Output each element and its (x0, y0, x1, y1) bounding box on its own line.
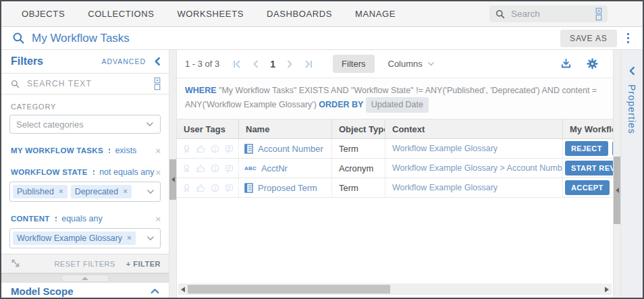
filter-operator[interactable]: exists (115, 146, 136, 155)
award-icon[interactable] (182, 144, 191, 153)
thumbs-up-icon[interactable] (196, 164, 205, 173)
toggle-filters-button[interactable]: Filters (333, 55, 374, 73)
column-header-my-workflow-tasks[interactable]: My Workflow Tasks (563, 119, 613, 138)
remove-value-icon[interactable]: × (123, 188, 128, 196)
horizontal-scrollbar[interactable] (178, 283, 612, 295)
object-name-link[interactable]: Proposed Term (258, 183, 317, 193)
reject-button[interactable]: REJECT (565, 141, 608, 156)
filter-name[interactable]: CONTENT (11, 215, 50, 223)
alert-icon[interactable] (211, 164, 219, 173)
remove-value-icon[interactable]: × (127, 234, 132, 242)
object-name-link[interactable]: AcctNr (261, 163, 288, 173)
download-icon[interactable] (560, 58, 572, 70)
app-window: OBJECTS COLLECTIONS WORKSHEETS DASHBOARD… (0, 0, 644, 299)
pagination-summary: 1 - 3 of 3 (185, 59, 219, 69)
table-row: Proposed Term Term Workflow Example Glos… (177, 178, 613, 198)
global-search-box[interactable] (489, 5, 608, 22)
thumbs-up-icon[interactable] (196, 144, 205, 153)
object-type-cell: Term (332, 139, 385, 158)
term-icon (244, 183, 253, 193)
save-as-button[interactable]: SAVE AS (560, 30, 616, 47)
nav-item-manage[interactable]: MANAGE (355, 9, 396, 19)
search-options-icon[interactable] (154, 77, 161, 90)
add-filter-button[interactable]: + FILTER (126, 260, 161, 268)
next-page-icon[interactable] (285, 59, 294, 69)
first-page-icon[interactable] (232, 59, 242, 69)
filter-name[interactable]: MY WORKFLOW TASKS (11, 146, 103, 155)
chevron-down-icon (146, 120, 154, 128)
nav-item-objects[interactable]: OBJECTS (22, 9, 65, 19)
remove-value-icon[interactable]: × (59, 188, 63, 196)
comment-icon[interactable] (225, 144, 234, 153)
alert-icon[interactable] (211, 144, 219, 153)
column-header-user-tags[interactable]: User Tags (177, 119, 239, 138)
award-icon[interactable] (182, 164, 191, 173)
remove-filter-icon[interactable]: × (155, 168, 161, 177)
right-panel-splitter[interactable] (613, 50, 621, 298)
remove-filter-icon[interactable]: × (155, 146, 161, 155)
filter-operator[interactable]: equals any (61, 214, 102, 223)
scrollbar-thumb[interactable] (188, 285, 390, 294)
collapse-filters-icon[interactable] (153, 57, 162, 66)
left-panel-splitter[interactable] (169, 50, 177, 298)
workflow-state-value-box[interactable]: Published × Deprecated × (9, 182, 161, 202)
splitter-handle[interactable] (169, 159, 176, 200)
filter-operator[interactable]: not equals any (99, 167, 154, 177)
reset-filters-button[interactable]: RESET FILTERS (54, 260, 115, 268)
filter-group-workflow-state: WORKFLOW STATE not equals any × Publishe… (9, 167, 161, 202)
context-link[interactable]: Workflow Example Glossary (392, 183, 498, 192)
scroll-right-icon[interactable] (602, 287, 612, 292)
filter-value-pill: Published × (13, 185, 68, 198)
where-keyword: WHERE (185, 86, 217, 95)
scrollbar-track[interactable] (188, 285, 602, 294)
previous-page-icon[interactable] (251, 59, 261, 69)
splitter-grip[interactable] (61, 275, 109, 282)
advanced-filters-link[interactable]: ADVANCED (101, 57, 146, 65)
comment-icon[interactable] (225, 164, 234, 173)
current-page[interactable]: 1 (270, 59, 275, 70)
scroll-left-icon[interactable] (178, 287, 188, 292)
settings-gear-icon[interactable] (587, 58, 598, 70)
column-header-name[interactable]: Name (239, 119, 332, 138)
context-link[interactable]: Workflow Example Glossary (392, 144, 498, 153)
worksheet-search-icon (12, 32, 25, 45)
object-name-link[interactable]: Account Number (258, 144, 323, 154)
more-options-icon[interactable] (627, 33, 630, 44)
order-by-badge[interactable]: Updated Date (366, 97, 429, 113)
table-row: Account Number Term Workflow Example Glo… (177, 139, 613, 159)
context-link[interactable]: Workflow Example Glossary > Account Numb… (392, 163, 563, 173)
award-icon[interactable] (182, 184, 191, 192)
column-header-object-type[interactable]: Object Type (332, 119, 385, 138)
thumbs-up-icon[interactable] (196, 184, 205, 192)
chevron-up-icon[interactable] (151, 287, 159, 296)
columns-dropdown[interactable]: Columns (388, 59, 435, 69)
search-text-input[interactable] (26, 78, 154, 89)
model-scope-splitter[interactable] (1, 273, 169, 283)
accept-button[interactable]: ACCEPT (565, 180, 610, 195)
chevron-down-icon (146, 188, 155, 196)
global-search-input[interactable] (510, 8, 595, 20)
expand-properties-icon[interactable] (628, 66, 637, 76)
start-review-button[interactable]: START REVIEW (565, 161, 613, 175)
content-value-box[interactable]: Workflow Example Glossary × (9, 228, 161, 248)
search-options-icon[interactable] (595, 7, 602, 21)
nav-item-worksheets[interactable]: WORKSHEETS (178, 9, 244, 19)
filter-name[interactable]: WORKFLOW STATE (11, 168, 88, 176)
model-scope-section[interactable]: Model Scope (1, 283, 169, 299)
properties-tab[interactable]: Properties (626, 84, 637, 134)
comment-icon[interactable] (225, 184, 234, 192)
top-nav: OBJECTS COLLECTIONS WORKSHEETS DASHBOARD… (1, 1, 643, 27)
nav-item-collections[interactable]: COLLECTIONS (88, 9, 154, 19)
category-select[interactable]: Select categories (9, 115, 161, 134)
collapse-corner-icon[interactable] (11, 259, 21, 269)
operator-dots-icon[interactable] (93, 170, 95, 175)
operator-dots-icon[interactable] (55, 217, 57, 221)
column-header-context[interactable]: Context (385, 119, 563, 138)
operator-dots-icon[interactable] (109, 148, 111, 153)
context-cell: Workflow Example Glossary (385, 178, 563, 197)
nav-item-dashboards[interactable]: DASHBOARDS (267, 9, 332, 19)
remove-filter-icon[interactable]: × (155, 215, 161, 223)
splitter-handle[interactable] (614, 157, 620, 224)
last-page-icon[interactable] (304, 59, 313, 69)
alert-icon[interactable] (211, 184, 219, 192)
